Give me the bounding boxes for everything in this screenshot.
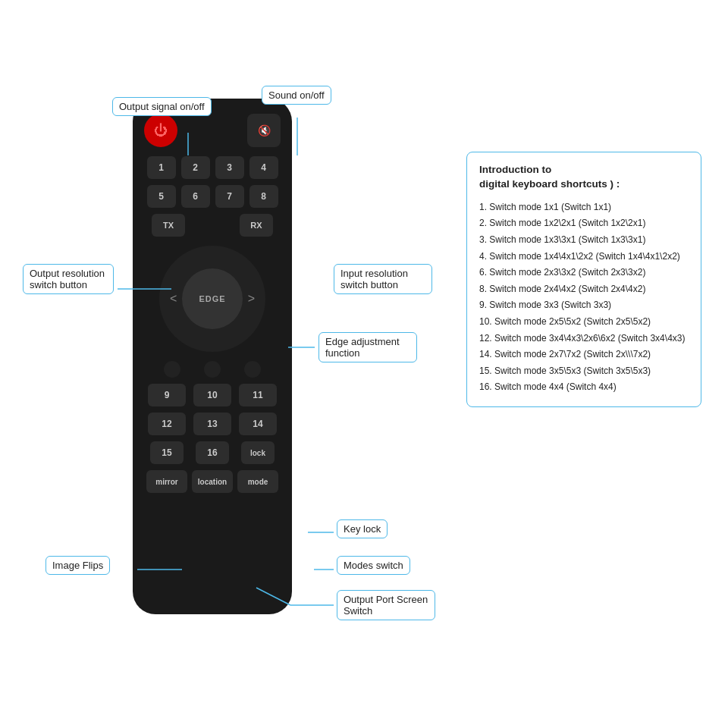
mirror-button[interactable]: mirror (146, 470, 187, 493)
info-item-16: 16. Switch mode 4x4 (Switch 4x4) (479, 379, 689, 396)
tx-button[interactable]: TX (152, 214, 185, 237)
remote-control: ⏻ 🔇 1 2 3 4 5 6 7 8 TX RX < EDGE (133, 99, 292, 614)
num-btn-12[interactable]: 12 (148, 413, 186, 435)
sound-on-off-annotation: Sound on/off (262, 86, 331, 105)
num-btn-13[interactable]: 13 (193, 413, 231, 435)
info-item-14: 14. Switch mode 2x7\7x2 (Switch 2x\\\7x2… (479, 347, 689, 363)
info-item-9: 9. Switch mode 3x3 (Switch 3x3) (479, 297, 689, 314)
edge-button[interactable]: EDGE (182, 268, 243, 329)
info-item-1: 1. Switch mode 1x1 (Switch 1x1) (479, 199, 689, 216)
dot-1 (164, 361, 180, 378)
power-icon: ⏻ (154, 123, 168, 139)
edge-circle: < EDGE > (159, 246, 265, 352)
tx-rx-row: TX RX (144, 214, 281, 237)
dot-row (144, 361, 281, 378)
num-btn-7[interactable]: 7 (215, 185, 244, 208)
info-item-2: 2. Switch mode 1x2\2x1 (Switch 1x2\2x1) (479, 215, 689, 232)
main-container: ⏻ 🔇 1 2 3 4 5 6 7 8 TX RX < EDGE (0, 0, 728, 728)
output-port-screen-annotation: Output Port Screen Switch (337, 590, 435, 620)
num-btn-14[interactable]: 14 (239, 413, 277, 435)
key-lock-annotation: Key lock (337, 519, 388, 538)
info-item-15: 15. Switch mode 3x5\5x3 (Switch 3x5\5x3) (479, 363, 689, 380)
output-resolution-annotation: Output resolution switch button (23, 264, 114, 294)
edge-adjustment-label: Edge adjustment function (318, 332, 417, 362)
top-row: ⏻ 🔇 (144, 114, 281, 147)
num-btn-8[interactable]: 8 (249, 185, 278, 208)
arrow-left-icon[interactable]: < (170, 292, 177, 306)
mute-icon: 🔇 (258, 124, 271, 136)
image-flips-label: Image Flips (46, 556, 110, 575)
num-btn-10[interactable]: 10 (193, 384, 231, 406)
lock-button[interactable]: lock (241, 441, 275, 464)
info-item-6: 6. Switch mode 2x3\3x2 (Switch 2x3\3x2) (479, 265, 689, 281)
modes-switch-annotation: Modes switch (337, 556, 410, 575)
num-row-5to8: 5 6 7 8 (144, 185, 281, 208)
bottom-row: mirror location mode (144, 470, 281, 493)
output-signal-label: Output signal on/off (112, 97, 212, 116)
num-btn-5[interactable]: 5 (147, 185, 176, 208)
rx-button[interactable]: RX (240, 214, 273, 237)
num-btn-4[interactable]: 4 (249, 156, 278, 179)
output-resolution-label: Output resolution switch button (23, 264, 114, 294)
location-button[interactable]: location (192, 470, 233, 493)
num-btn-16[interactable]: 16 (196, 441, 229, 464)
num-row-12to14: 12 13 14 (144, 413, 281, 435)
num-row-9to11: 9 10 11 (144, 384, 281, 406)
info-list: 1. Switch mode 1x1 (Switch 1x1) 2. Switc… (479, 199, 689, 396)
info-item-12: 12. Switch mode 3x4\4x3\2x6\6x2 (Switch … (479, 331, 689, 347)
dot-3 (244, 361, 261, 378)
edge-adjustment-annotation: Edge adjustment function (318, 332, 417, 362)
info-item-8: 8. Switch mode 2x4\4x2 (Switch 2x4\4x2) (479, 281, 689, 298)
sound-on-off-label: Sound on/off (262, 86, 331, 105)
dot-2 (204, 361, 221, 378)
num-btn-9[interactable]: 9 (148, 384, 186, 406)
num-btn-2[interactable]: 2 (181, 156, 210, 179)
input-resolution-label: Input resolution switch button (334, 264, 432, 294)
power-button[interactable]: ⏻ (144, 114, 177, 147)
modes-switch-label: Modes switch (337, 556, 410, 575)
mute-button[interactable]: 🔇 (247, 114, 281, 147)
info-title: Introduction todigital keyboard shortcut… (479, 163, 689, 192)
info-item-3: 3. Switch mode 1x3\3x1 (Switch 1x3\3x1) (479, 232, 689, 249)
num-btn-3[interactable]: 3 (215, 156, 244, 179)
info-box: Introduction todigital keyboard shortcut… (466, 152, 701, 407)
arrow-right-icon[interactable]: > (248, 292, 255, 306)
lock-row: 15 16 lock (144, 441, 281, 464)
input-resolution-annotation: Input resolution switch button (334, 264, 432, 294)
num-btn-11[interactable]: 11 (239, 384, 277, 406)
num-btn-15[interactable]: 15 (150, 441, 184, 464)
num-btn-6[interactable]: 6 (181, 185, 210, 208)
key-lock-label: Key lock (337, 519, 388, 538)
output-port-screen-label: Output Port Screen Switch (337, 590, 435, 620)
info-item-10: 10. Switch mode 2x5\5x2 (Switch 2x5\5x2) (479, 314, 689, 331)
output-signal-annotation: Output signal on/off (112, 97, 212, 116)
image-flips-annotation: Image Flips (46, 556, 110, 575)
num-row-1to4: 1 2 3 4 (144, 156, 281, 179)
mode-button[interactable]: mode (237, 470, 278, 493)
info-item-4: 4. Switch mode 1x4\4x1\2x2 (Switch 1x4\4… (479, 249, 689, 265)
num-btn-1[interactable]: 1 (147, 156, 176, 179)
